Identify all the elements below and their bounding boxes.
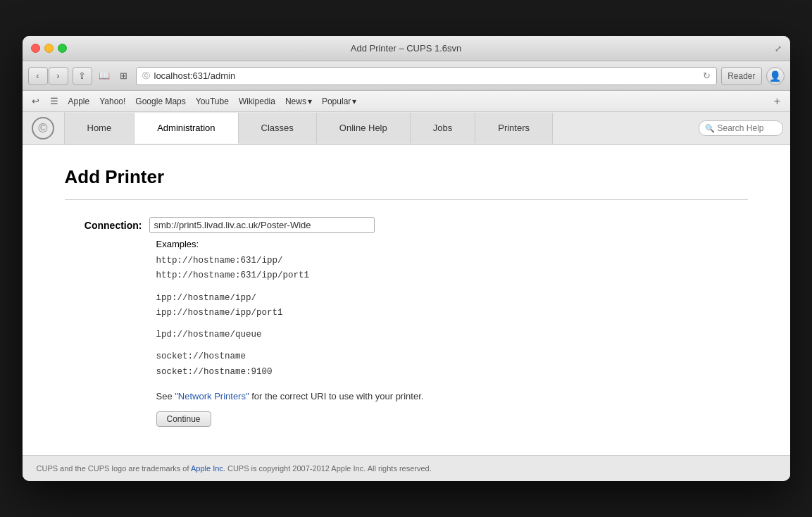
close-button[interactable] xyxy=(31,44,40,53)
tab-classes[interactable]: Classes xyxy=(239,113,317,144)
cups-logo-icon: © xyxy=(32,117,54,139)
example-http-ipp: http://hostname:631/ipp/ xyxy=(156,254,748,268)
bookmarks-icon[interactable]: 📖 xyxy=(96,68,112,84)
example-socket: socket://hostname xyxy=(156,349,748,364)
window-title: Add Printer – CUPS 1.6svn xyxy=(351,43,462,54)
person-button[interactable]: 👤 xyxy=(766,67,785,85)
tab-jobs[interactable]: Jobs xyxy=(411,113,475,144)
cups-search-container: 🔍 xyxy=(692,120,790,136)
add-bookmark-button[interactable]: + xyxy=(770,94,785,108)
browser-window: Add Printer – CUPS 1.6svn ⤢ ‹ › ⇧ 📖 ⊞ ⓒ … xyxy=(23,36,790,481)
apple-inc-link[interactable]: Apple Inc. xyxy=(191,464,225,473)
example-group-ipp: ipp://hostname/ipp/ ipp://hostname/ipp/p… xyxy=(156,291,748,321)
tab-printers[interactable]: Printers xyxy=(475,113,553,144)
connection-row: Connection: xyxy=(65,217,748,233)
example-ipp-port1: ipp://hostname/ipp/port1 xyxy=(156,306,748,320)
title-divider xyxy=(65,199,748,200)
bookmark-yahoo[interactable]: Yahoo! xyxy=(96,95,129,108)
grid-icon[interactable]: ⊞ xyxy=(116,68,132,84)
back-icon[interactable]: ↩ xyxy=(28,94,44,109)
bookmarks-bar: ↩ ☰ Apple Yahoo! Google Maps YouTube Wik… xyxy=(23,91,790,112)
example-lpd: lpd://hostname/queue xyxy=(156,328,748,342)
page-title: Add Printer xyxy=(65,166,748,188)
see-also-after: for the correct URI to use with your pri… xyxy=(249,391,424,401)
browser-toolbar: ‹ › ⇧ 📖 ⊞ ⓒ ↻ Reader 👤 xyxy=(23,61,790,91)
cups-logo: © xyxy=(23,112,65,144)
bookmark-google-maps[interactable]: Google Maps xyxy=(132,95,189,108)
ssl-icon: ⓒ xyxy=(142,70,150,81)
connection-label: Connection: xyxy=(65,217,149,231)
reading-list-icon[interactable]: ☰ xyxy=(46,94,62,109)
see-also-before: See xyxy=(156,391,175,401)
footer: CUPS and the CUPS logo are trademarks of… xyxy=(23,455,790,481)
bookmark-youtube[interactable]: YouTube xyxy=(192,95,232,108)
example-group-socket: socket://hostname socket://hostname:9100 xyxy=(156,349,748,380)
bookmark-wikipedia[interactable]: Wikipedia xyxy=(235,95,279,108)
minimize-button[interactable] xyxy=(44,44,54,53)
nav-buttons: ‹ › xyxy=(28,67,68,85)
footer-text-after: CUPS is copyright 2007-2012 Apple Inc. A… xyxy=(225,464,432,473)
network-printers-link[interactable]: "Network Printers" xyxy=(175,391,249,401)
tab-administration[interactable]: Administration xyxy=(135,113,238,144)
back-button[interactable]: ‹ xyxy=(28,67,48,85)
maximize-button[interactable] xyxy=(58,44,67,53)
share-button[interactable]: ⇧ xyxy=(73,67,92,85)
footer-text-before: CUPS and the CUPS logo are trademarks of xyxy=(37,464,192,473)
example-group-lpd: lpd://hostname/queue xyxy=(156,328,748,342)
title-bar: Add Printer – CUPS 1.6svn ⤢ xyxy=(23,36,790,61)
reader-label: Reader xyxy=(727,71,755,81)
main-content: Add Printer Connection: Examples: http:/… xyxy=(23,145,790,455)
search-box[interactable]: 🔍 xyxy=(699,120,783,136)
tab-online-help[interactable]: Online Help xyxy=(317,113,411,144)
address-input[interactable] xyxy=(154,70,699,81)
connection-input[interactable] xyxy=(149,217,375,233)
reader-button[interactable]: Reader xyxy=(721,67,761,85)
search-icon: 🔍 xyxy=(705,124,715,133)
expand-icon[interactable]: ⤢ xyxy=(775,44,782,54)
news-chevron-icon: ▾ xyxy=(308,96,312,106)
bookmark-news[interactable]: News ▾ xyxy=(282,95,316,108)
example-ipp: ipp://hostname/ipp/ xyxy=(156,291,748,306)
continue-button[interactable]: Continue xyxy=(156,411,211,427)
example-group-ipp-http: http://hostname:631/ipp/ http://hostname… xyxy=(156,254,748,284)
cups-tabs: Home Administration Classes Online Help … xyxy=(65,113,692,144)
example-http-ipp-port1: http://hostname:631/ipp/port1 xyxy=(156,268,748,283)
bookmark-popular[interactable]: Popular ▾ xyxy=(318,95,360,108)
examples-list: http://hostname:631/ipp/ http://hostname… xyxy=(156,254,748,380)
bookmark-apple[interactable]: Apple xyxy=(65,95,94,108)
tab-home[interactable]: Home xyxy=(65,113,135,144)
see-also: See "Network Printers" for the correct U… xyxy=(156,391,748,401)
search-input[interactable] xyxy=(718,123,774,133)
example-socket-port: socket://hostname:9100 xyxy=(156,365,748,380)
popular-chevron-icon: ▾ xyxy=(352,96,356,106)
forward-button[interactable]: › xyxy=(49,67,68,85)
examples-label: Examples: xyxy=(156,239,748,249)
address-bar[interactable]: ⓒ ↻ xyxy=(136,67,718,85)
traffic-lights xyxy=(31,44,67,53)
refresh-icon[interactable]: ↻ xyxy=(703,70,711,81)
examples-section: Examples: http://hostname:631/ipp/ http:… xyxy=(156,239,748,427)
cups-nav: © Home Administration Classes Online Hel… xyxy=(23,112,790,145)
